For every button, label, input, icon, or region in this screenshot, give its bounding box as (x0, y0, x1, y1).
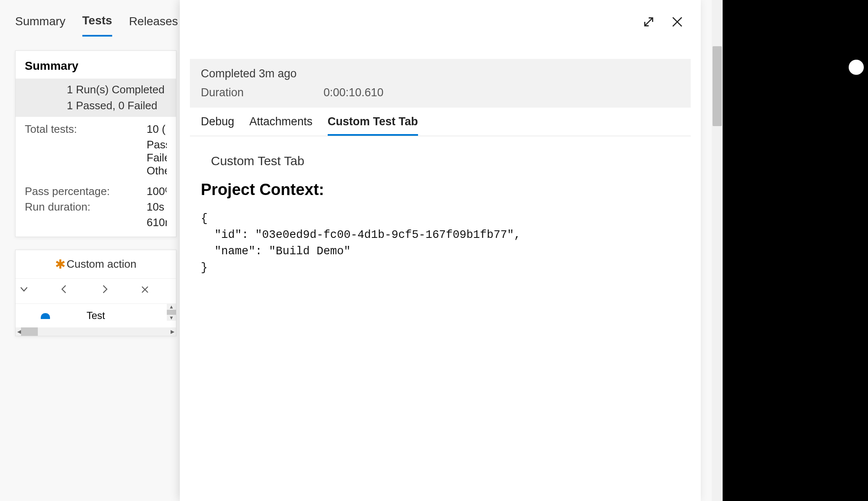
chevron-right-icon[interactable] (96, 284, 113, 298)
mini-horizontal-scrollbar[interactable]: ◀ ▶ (16, 327, 176, 336)
scroll-left-icon[interactable]: ◀ (17, 329, 21, 335)
close-icon[interactable] (671, 15, 684, 30)
summary-banner: 1 Run(s) Completed 1 Passed, 0 Failed (16, 79, 176, 117)
custom-action-card: ✱ Custom action Test (15, 250, 176, 336)
tab-releases[interactable]: Releases (129, 15, 178, 36)
detail-topbar (180, 0, 701, 34)
expand-icon[interactable] (642, 15, 655, 30)
chevron-left-icon[interactable] (56, 284, 73, 298)
project-context-json: { "id": "03e0ed9d-fc00-4d1b-9cf5-167f09b… (201, 211, 680, 277)
mini-vertical-scrollbar[interactable]: ▲ ▼ (167, 304, 176, 321)
scroll-right-icon[interactable]: ▶ (171, 329, 174, 335)
detail-subtitle: Custom Test Tab (211, 154, 680, 168)
summary-banner-line2: 1 Passed, 0 Failed (25, 98, 167, 114)
outer-vertical-scrollbar[interactable] (712, 0, 723, 501)
total-tests-label: Total tests: (25, 123, 147, 136)
completed-status: Completed 3m ago (201, 67, 680, 80)
pass-pct-label: Pass percentage: (25, 185, 147, 198)
detail-panel: Completed 3m ago Duration 0:00:10.610 De… (180, 0, 701, 501)
detail-body: Custom Test Tab Project Context: { "id":… (180, 136, 701, 288)
passed-label: Passed (147, 138, 167, 151)
chevron-down-icon[interactable] (16, 284, 32, 298)
overlay-dot (849, 60, 864, 75)
detail-tab-attachments[interactable]: Attachments (250, 115, 313, 136)
asterisk-icon: ✱ (55, 258, 66, 271)
detail-meta: Completed 3m ago Duration 0:00:10.610 (190, 59, 691, 108)
summary-card-title: Summary (16, 51, 176, 79)
duration-value: 0:00:10.610 (324, 86, 384, 99)
failed-label: Failed (147, 151, 167, 164)
app-frame: Summary Tests Releases Code Coverage Sum… (0, 0, 723, 501)
scroll-thumb[interactable] (167, 310, 176, 315)
duration-label: Duration (201, 86, 244, 99)
detail-tab-debug[interactable]: Debug (201, 115, 234, 136)
close-icon[interactable] (137, 284, 153, 298)
scroll-thumb-h[interactable] (21, 327, 38, 336)
detail-tabs: Debug Attachments Custom Test Tab (190, 108, 691, 136)
summary-rows: Total tests: 10 ( Passed Failed Other Pa… (16, 117, 176, 237)
run-duration-value: 10s (147, 200, 167, 214)
custom-action-header[interactable]: ✱ Custom action (16, 250, 176, 278)
summary-banner-line1: 1 Run(s) Completed (25, 82, 167, 98)
custom-action-label: Custom action (66, 258, 136, 271)
scroll-down-icon[interactable]: ▼ (169, 315, 174, 321)
project-context-heading: Project Context: (201, 181, 680, 199)
scroll-up-icon[interactable]: ▲ (169, 304, 174, 310)
total-tests-value: 10 ( (147, 123, 167, 136)
other-label: Other (147, 164, 167, 177)
action-body: Test ▲ ▼ (16, 303, 176, 327)
outer-scroll-thumb[interactable] (713, 46, 722, 126)
run-duration-label: Run duration: (25, 200, 147, 214)
detail-tab-custom[interactable]: Custom Test Tab (328, 115, 418, 136)
run-duration-value2: 610ms (147, 216, 167, 229)
tab-tests[interactable]: Tests (82, 14, 112, 37)
tab-summary[interactable]: Summary (15, 15, 66, 36)
action-test-label: Test (87, 310, 105, 321)
pass-pct-value: 100% (147, 185, 167, 198)
summary-card: Summary 1 Run(s) Completed 1 Passed, 0 F… (15, 50, 176, 237)
progress-dot (41, 313, 50, 319)
action-nav (16, 278, 176, 303)
